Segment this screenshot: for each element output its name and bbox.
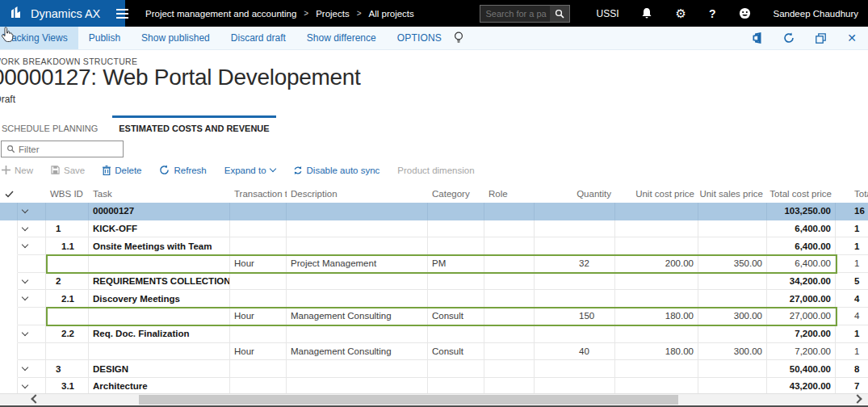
grid-row[interactable]: HourManagement ConsultingConsult40180.00…	[0, 343, 868, 361]
cell-unit_cost[interactable]	[615, 203, 698, 220]
save-button[interactable]: Save	[51, 166, 85, 175]
cell-role[interactable]	[484, 290, 535, 308]
cell-check[interactable]	[0, 308, 18, 325]
cell-trans[interactable]: Hour	[230, 308, 287, 325]
expand-to-button[interactable]: Expand to	[224, 166, 275, 175]
cell-wbs[interactable]: 3	[46, 360, 89, 378]
cell-role[interactable]	[484, 360, 535, 378]
cell-wbs[interactable]: 2.2	[46, 325, 89, 343]
filter-box[interactable]	[1, 141, 124, 157]
cell-check[interactable]	[0, 273, 18, 291]
grid-row-selected[interactable]: 00000127103,250.0016	[0, 203, 868, 220]
cell-total_cost[interactable]: 34,200.00	[767, 273, 836, 291]
cell-wbs[interactable]	[46, 203, 89, 220]
grid-row[interactable]: 3DESIGN50,400.008	[0, 360, 868, 378]
cell-role[interactable]	[484, 308, 535, 325]
settings-gear-icon[interactable]: ⚙	[664, 0, 697, 27]
cell-check[interactable]	[0, 325, 18, 343]
cell-task[interactable]: KICK-OFF	[89, 220, 230, 238]
grid-row[interactable]: 2REQUIREMENTS COLLECTION34,200.005	[0, 273, 868, 291]
cell-cat[interactable]	[428, 273, 484, 291]
cmd-item-show-difference[interactable]: Show difference	[296, 27, 387, 49]
cell-unit_sales[interactable]	[698, 325, 767, 343]
cell-qty[interactable]: 40	[535, 343, 615, 361]
cell-total_cost[interactable]: 7,200.00	[767, 343, 836, 361]
cell-unit_cost[interactable]: 200.00	[615, 255, 698, 273]
cell-total_sales_partial[interactable]: 1	[836, 255, 868, 273]
breadcrumb-section[interactable]: Projects	[316, 9, 350, 19]
cell-trans[interactable]	[230, 290, 287, 308]
cell-wbs[interactable]: 1	[46, 220, 89, 238]
close-icon[interactable]: ✕	[847, 31, 857, 44]
cell-qty[interactable]: 32	[535, 255, 615, 273]
cell-total_cost[interactable]: 103,250.00	[767, 203, 836, 220]
cell-total_sales_partial[interactable]: 8	[836, 360, 868, 378]
cell-unit_cost[interactable]	[615, 273, 698, 291]
grid-row[interactable]: 1KICK-OFF6,400.001	[0, 220, 868, 238]
cmd-item-publish[interactable]: Publish	[78, 27, 131, 49]
cell-unit_cost[interactable]: 180.00	[615, 308, 698, 325]
cmd-item-options[interactable]: OPTIONS	[387, 27, 452, 49]
cell-desc[interactable]	[287, 325, 428, 343]
cell-qty[interactable]	[535, 273, 615, 291]
tab-schedule-planning[interactable]: SCHEDULE PLANNING	[0, 115, 103, 138]
cell-total_cost[interactable]: 50,400.00	[767, 360, 836, 378]
cell-expand[interactable]	[18, 290, 46, 308]
cell-expand[interactable]	[18, 308, 46, 325]
cell-total_sales_partial[interactable]: 1	[836, 220, 868, 238]
cell-check[interactable]	[0, 360, 18, 378]
breadcrumb-page[interactable]: All projects	[369, 9, 414, 19]
cell-total_sales_partial[interactable]: 1	[836, 325, 868, 343]
cell-qty[interactable]	[535, 325, 615, 343]
cell-wbs[interactable]	[46, 255, 89, 273]
cell-cat[interactable]	[428, 220, 484, 238]
search-icon[interactable]	[550, 6, 569, 22]
column-header-description[interactable]: Description	[287, 185, 428, 203]
cell-unit_sales[interactable]	[698, 273, 767, 291]
notifications-bell-icon[interactable]	[630, 0, 664, 27]
expand-chevron-icon[interactable]	[22, 364, 28, 371]
cell-cat[interactable]	[428, 325, 484, 343]
cell-unit_sales[interactable]	[698, 203, 767, 220]
cell-trans[interactable]	[230, 203, 287, 220]
cell-unit_sales[interactable]	[698, 290, 767, 308]
filter-input[interactable]	[15, 145, 123, 154]
disable-auto-sync-button[interactable]: Disable auto sync	[293, 166, 380, 175]
cell-task[interactable]	[89, 308, 230, 325]
cell-task[interactable]	[89, 255, 230, 273]
cell-check[interactable]	[0, 290, 18, 308]
cmd-item-discard-draft[interactable]: Discard draft	[220, 27, 296, 49]
cell-desc[interactable]: Project Management	[287, 255, 428, 273]
grid-row[interactable]: HourProject ManagementPM32200.00350.006,…	[0, 255, 868, 273]
cell-expand[interactable]	[18, 220, 46, 238]
column-header-wbs-id[interactable]: WBS ID	[46, 185, 89, 203]
cell-cat[interactable]: Consult	[428, 343, 484, 361]
cell-total_sales_partial[interactable]: 5	[836, 273, 868, 291]
page-search-box[interactable]	[480, 5, 570, 23]
restore-window-icon[interactable]	[816, 33, 826, 44]
cell-total_cost[interactable]: 6,400.00	[767, 237, 836, 255]
cell-unit_cost[interactable]: 180.00	[615, 343, 698, 361]
expand-chevron-icon[interactable]	[22, 224, 28, 230]
cell-unit_sales[interactable]: 300.00	[698, 308, 767, 325]
cell-desc[interactable]: Management Consulting	[287, 343, 428, 361]
cell-role[interactable]	[484, 220, 535, 238]
cell-role[interactable]	[484, 255, 535, 273]
cell-expand[interactable]	[18, 203, 46, 220]
column-header-total-sales-price[interactable]: Total sales price	[836, 185, 868, 203]
cell-total_cost[interactable]: 6,400.00	[767, 220, 836, 238]
office-icon[interactable]	[752, 32, 762, 44]
column-header-unit-cost-price[interactable]: Unit cost price	[615, 185, 698, 203]
cell-check[interactable]	[0, 220, 18, 238]
cell-expand[interactable]	[18, 360, 46, 378]
scroll-right-icon[interactable]	[853, 394, 862, 403]
refresh-page-icon[interactable]	[783, 32, 795, 44]
cell-unit_sales[interactable]: 300.00	[698, 343, 767, 361]
cell-qty[interactable]	[535, 203, 615, 220]
cell-role[interactable]	[484, 325, 535, 343]
column-header-total-cost-price[interactable]: Total cost price	[767, 185, 836, 203]
column-header-role[interactable]: Role	[484, 185, 535, 203]
cell-check[interactable]	[0, 203, 18, 220]
cell-desc[interactable]	[287, 220, 428, 238]
user-name[interactable]: Sandeep Chaudhury	[762, 0, 861, 27]
